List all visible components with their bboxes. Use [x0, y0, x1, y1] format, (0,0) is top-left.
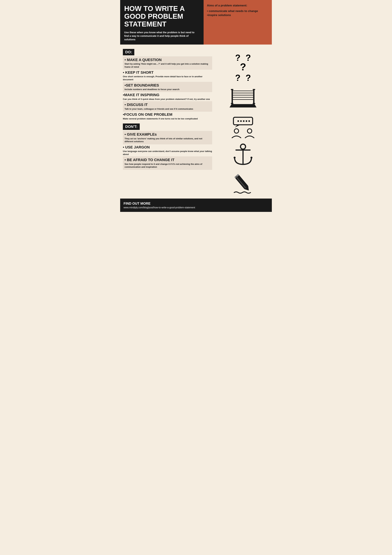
item-set-boundaries: •SET BOUNDARIES Include numbers and dead…: [123, 82, 212, 92]
item-focus-one: •FOCUS ON ONE PROBLEM Make several probl…: [123, 112, 212, 120]
svg-marker-7: [229, 104, 257, 108]
item-keep-short-body: One short sentence is enough. Provide mo…: [123, 75, 212, 81]
dont-section: DON'T: • GIVE EXAMPLEs They act as 'anch…: [123, 122, 212, 170]
item-make-inspiring-body: Can you think of 3 quick ideas from your…: [123, 98, 212, 101]
do-section-header: DO:: [123, 49, 134, 55]
aims-title: Aims of a problem statement:: [207, 4, 269, 7]
svg-point-21: [241, 144, 246, 149]
question-marks-icon: ? ? ? ? ?: [235, 53, 251, 83]
item-discuss-it: • DISCUSS IT Talk to your team, colleagu…: [123, 101, 212, 112]
item-keep-short: • KEEP IT SHORT One short sentence is en…: [123, 70, 212, 81]
item-give-examples: • GIVE EXAMPLEs They act as 'anchors' ma…: [123, 131, 212, 144]
main-title: HOW TO WRITE A GOOD PROBLEM STATEMENT: [124, 5, 200, 28]
svg-point-16: [246, 120, 247, 122]
svg-rect-8: [231, 89, 233, 90]
item-set-boundaries-body: Include numbers and deadlines to focus y…: [125, 88, 211, 91]
svg-point-14: [240, 120, 242, 122]
question-mark-4: ?: [235, 73, 241, 83]
aim-2: •inspire solutions: [207, 13, 269, 17]
svg-point-25: [250, 157, 252, 159]
svg-point-15: [243, 120, 244, 122]
right-column: ? ? ? ? ?: [214, 48, 272, 196]
item-focus-one-body: Make several problem statements if one t…: [123, 117, 212, 120]
footer: FIND OUT MORE www.mindiply.com/blog/post…: [120, 198, 272, 212]
item-be-afraid-title: • BE AFRAID TO CHANGE IT: [125, 158, 211, 162]
item-use-jargon: • USE JARGON Use language everyone can u…: [123, 145, 212, 156]
item-set-boundaries-title: •SET BOUNDARIES: [125, 83, 211, 88]
anchor-icon: [232, 144, 254, 169]
question-mark-2: ?: [246, 53, 251, 63]
aim-1: • communicate what needs to change: [207, 9, 269, 13]
header-subtitle: Use these when you know what the problem…: [124, 30, 200, 41]
svg-point-20: [247, 129, 252, 133]
item-make-inspiring-title: •MAKE IT INSPIRING: [123, 93, 212, 97]
svg-point-19: [234, 129, 239, 133]
pencil-icon: [232, 172, 254, 194]
question-mark-3: ?: [240, 61, 246, 73]
item-make-inspiring: •MAKE IT INSPIRING Can you think of 3 qu…: [123, 93, 212, 101]
svg-rect-0: [232, 89, 233, 104]
header-right: Aims of a problem statement: • communica…: [204, 0, 272, 44]
header-left: HOW TO WRITE A GOOD PROBLEM STATEMENT Us…: [120, 0, 204, 44]
question-mark-5: ?: [246, 73, 251, 83]
item-discuss-it-title: • DISCUSS IT: [125, 102, 211, 107]
item-give-examples-title: • GIVE EXAMPLEs: [125, 132, 211, 137]
item-make-question: • MAKE A QUESTION Start by asking 'How m…: [123, 56, 212, 70]
chat-discuss-icon: [229, 117, 257, 139]
item-use-jargon-body: Use language everyone can understand, do…: [123, 150, 212, 156]
item-make-question-title: • MAKE A QUESTION: [125, 58, 211, 62]
question-mark-1: ?: [235, 53, 241, 63]
main-content: DO: • MAKE A QUESTION Start by asking 'H…: [120, 44, 272, 196]
left-column: DO: • MAKE A QUESTION Start by asking 'H…: [120, 48, 214, 196]
footer-url: www.mindiply.com/blog/post/how-to-write-…: [123, 206, 269, 209]
svg-rect-9: [253, 89, 255, 90]
item-focus-one-title: •FOCUS ON ONE PROBLEM: [123, 112, 212, 117]
item-be-afraid: • BE AFRAID TO CHANGE IT See how people …: [123, 156, 212, 170]
item-give-examples-body: They act as 'anchors' making you think o…: [125, 137, 211, 143]
header: HOW TO WRITE A GOOD PROBLEM STATEMENT Us…: [120, 0, 272, 44]
svg-rect-11: [253, 103, 255, 104]
svg-point-24: [234, 157, 235, 159]
footer-title: FIND OUT MORE: [123, 202, 269, 205]
svg-point-17: [249, 120, 250, 122]
aims-list: • communicate what needs to change •insp…: [207, 9, 269, 17]
item-use-jargon-title: • USE JARGON: [123, 145, 212, 149]
boxing-ring-icon: [229, 88, 257, 108]
svg-rect-1: [253, 89, 255, 104]
item-make-question-body: Start by asking 'How might we…?' and it …: [125, 62, 211, 68]
item-keep-short-title: • KEEP IT SHORT: [123, 70, 212, 75]
item-discuss-it-body: Talk to your team, colleague or friends …: [125, 108, 211, 110]
svg-rect-10: [231, 103, 233, 104]
dont-section-header: DON'T:: [123, 124, 140, 130]
svg-point-13: [237, 120, 239, 122]
item-be-afraid-body: See how people respond to it and change …: [125, 163, 211, 168]
